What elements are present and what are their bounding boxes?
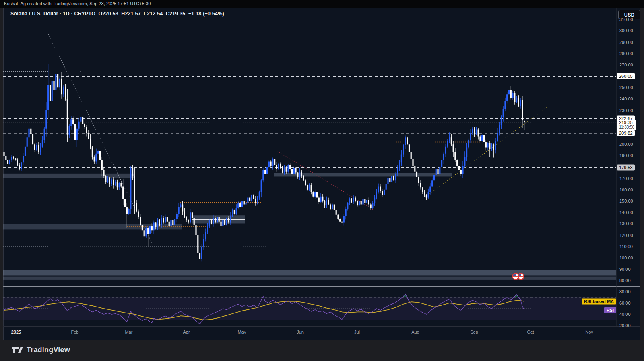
- price-tick-label: 230.00: [619, 108, 633, 113]
- indicator-label-rsi-based-ma[interactable]: RSI-based MA: [582, 298, 616, 304]
- chart-widget: [3, 8, 640, 340]
- time-tick-Nov: Nov: [585, 330, 593, 334]
- price-tick-label: 250.00: [619, 85, 633, 90]
- interval-value: 1D: [63, 11, 69, 17]
- attribution-text: Kushal_Ag created with TradingView.com, …: [4, 1, 151, 6]
- tradingview-logo-icon: [12, 345, 23, 355]
- price-tick-label: 270.00: [619, 62, 633, 67]
- rsi-tick-label: 60.00: [619, 301, 631, 305]
- tradingview-logo-text: TradingView: [27, 346, 70, 354]
- high-value: 221.57: [125, 11, 140, 17]
- price-tick-label: 310.00: [619, 17, 633, 22]
- attribution-bar: Kushal_Ag created with TradingView.com, …: [0, 0, 644, 8]
- legend-separator: ·: [58, 11, 63, 17]
- time-tick-Jun: Jun: [297, 330, 304, 334]
- close-label: C: [166, 11, 169, 17]
- rsi-tick-label: 20.00: [619, 323, 631, 328]
- legend-gap: [163, 11, 165, 17]
- tradingview-screenshot: Kushal_Ag created with TradingView.com, …: [0, 0, 644, 361]
- price-tick-label: 90.00: [619, 267, 631, 272]
- high-label: H: [121, 11, 125, 17]
- price-tick-label: 160.00: [619, 187, 633, 192]
- time-tick-May: May: [238, 330, 246, 334]
- time-tick-Aug: Aug: [411, 330, 419, 334]
- price-tick-label: 280.00: [619, 51, 633, 56]
- price-tick-label: 120.00: [619, 233, 633, 238]
- exchange-value: CRYPTO: [74, 11, 95, 17]
- price-tick-label: 190.00: [619, 153, 633, 158]
- level-price-label: 260.05: [617, 73, 635, 79]
- price-tick-label: 100.00: [619, 255, 633, 260]
- price-tick-label: 200.00: [619, 142, 633, 147]
- rsi-tick-label: 80.00: [619, 289, 631, 294]
- tradingview-logo[interactable]: TradingView: [12, 345, 70, 355]
- level-price-label: 209.82: [617, 130, 635, 136]
- price-tick-label: 170.00: [619, 176, 633, 181]
- price-tick-label: 290.00: [619, 40, 633, 45]
- current-price-label: 219.3511:38:56: [617, 120, 636, 130]
- time-tick-Oct: Oct: [527, 330, 534, 334]
- time-tick-Apr: Apr: [183, 330, 190, 334]
- low-value: 212.54: [147, 11, 163, 17]
- time-tick-Jul: Jul: [354, 330, 360, 334]
- symbol-title: Solana / U.S. Dollar: [10, 11, 58, 17]
- time-tick-Feb: Feb: [71, 330, 79, 334]
- price-tick-label: 80.00: [619, 278, 631, 283]
- candle-countdown: 11:38:56: [619, 125, 634, 129]
- time-tick-Mar: Mar: [125, 330, 133, 334]
- open-value: 220.53: [102, 11, 118, 17]
- price-tick-label: 240.00: [619, 96, 633, 101]
- low-label: L: [144, 11, 147, 17]
- price-tick-label: 130.00: [619, 221, 633, 226]
- legend-gap: [186, 11, 188, 17]
- rsi-tick-label: 40.00: [619, 312, 631, 317]
- price-tick-label: 110.00: [619, 244, 633, 249]
- price-tick-label: 300.00: [619, 28, 633, 33]
- indicator-label-rsi[interactable]: RSI: [604, 307, 616, 313]
- symbol-legend[interactable]: Solana / U.S. Dollar · 1D · CRYPTO O220.…: [10, 11, 224, 17]
- level-price-label: 179.53: [617, 164, 635, 170]
- time-tick-2025: 2025: [11, 330, 21, 334]
- open-label: O: [98, 11, 102, 17]
- price-tick-label: 150.00: [619, 199, 633, 203]
- legend-separator2: ·: [70, 11, 74, 17]
- close-value: 219.35: [169, 11, 185, 17]
- price-tick-label: 140.00: [619, 210, 633, 215]
- time-tick-Sep: Sep: [470, 330, 478, 334]
- change-value: −1.18 (−0.54%): [188, 11, 224, 17]
